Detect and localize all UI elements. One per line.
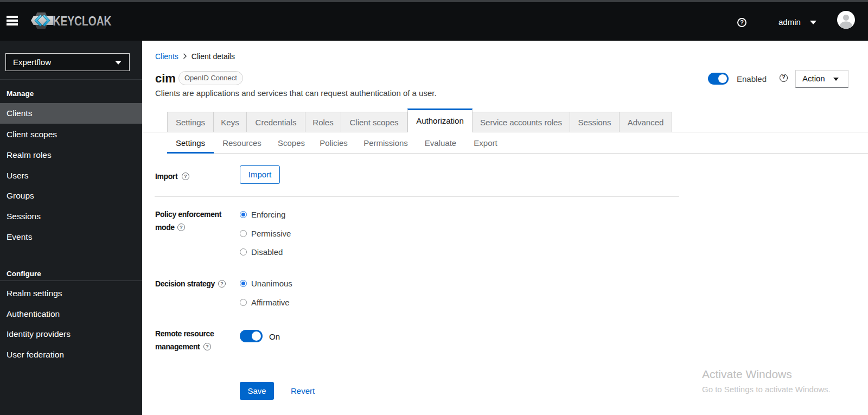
svg-text:KEYCLOAK: KEYCLOAK xyxy=(53,14,112,28)
